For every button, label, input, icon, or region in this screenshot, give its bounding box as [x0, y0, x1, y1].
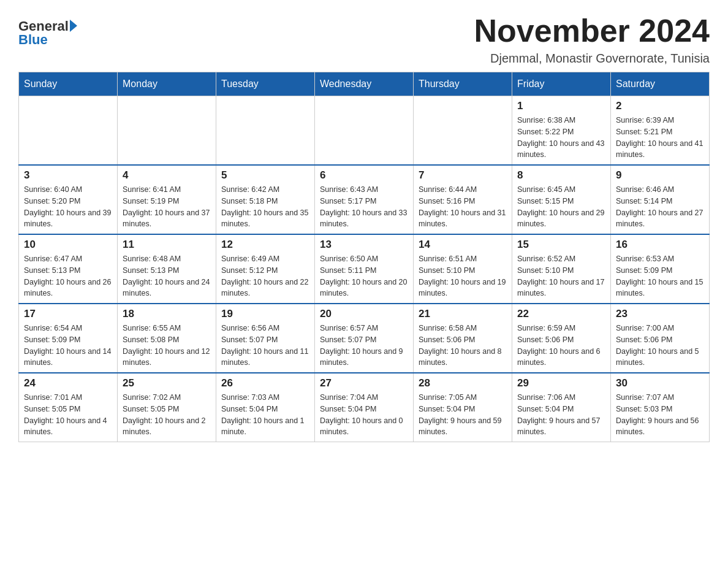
day-number: 4 [123, 169, 211, 182]
table-row: 1Sunrise: 6:38 AM Sunset: 5:22 PM Daylig… [512, 96, 611, 166]
day-number: 17 [24, 308, 112, 320]
location-subtitle: Djemmal, Monastir Governorate, Tunisia [474, 52, 710, 66]
table-row: 9Sunrise: 6:46 AM Sunset: 5:14 PM Daylig… [611, 165, 710, 234]
table-row: 6Sunrise: 6:43 AM Sunset: 5:17 PM Daylig… [315, 165, 414, 234]
table-row [118, 96, 216, 166]
table-row: 27Sunrise: 7:04 AM Sunset: 5:04 PM Dayli… [315, 373, 414, 442]
table-row: 2Sunrise: 6:39 AM Sunset: 5:21 PM Daylig… [611, 96, 710, 166]
day-info: Sunrise: 6:42 AM Sunset: 5:18 PM Dayligh… [221, 184, 309, 230]
table-row: 11Sunrise: 6:48 AM Sunset: 5:13 PM Dayli… [118, 234, 216, 304]
table-row: 20Sunrise: 6:57 AM Sunset: 5:07 PM Dayli… [315, 304, 414, 373]
day-number: 27 [320, 377, 408, 389]
table-row: 28Sunrise: 7:05 AM Sunset: 5:04 PM Dayli… [414, 373, 512, 442]
day-number: 3 [24, 169, 112, 182]
day-info: Sunrise: 6:55 AM Sunset: 5:08 PM Dayligh… [123, 323, 211, 369]
day-info: Sunrise: 6:54 AM Sunset: 5:09 PM Dayligh… [24, 323, 112, 369]
calendar-week-row: 10Sunrise: 6:47 AM Sunset: 5:13 PM Dayli… [19, 234, 710, 304]
calendar-week-row: 24Sunrise: 7:01 AM Sunset: 5:05 PM Dayli… [19, 373, 710, 442]
table-row: 21Sunrise: 6:58 AM Sunset: 5:06 PM Dayli… [414, 304, 512, 373]
calendar-week-row: 17Sunrise: 6:54 AM Sunset: 5:09 PM Dayli… [19, 304, 710, 373]
day-info: Sunrise: 6:52 AM Sunset: 5:10 PM Dayligh… [517, 253, 605, 299]
day-info: Sunrise: 6:43 AM Sunset: 5:17 PM Dayligh… [320, 184, 408, 230]
table-row: 25Sunrise: 7:02 AM Sunset: 5:05 PM Dayli… [118, 373, 216, 442]
day-number: 11 [123, 239, 211, 251]
day-number: 7 [419, 169, 507, 182]
day-number: 28 [419, 377, 507, 389]
day-info: Sunrise: 6:49 AM Sunset: 5:12 PM Dayligh… [221, 253, 309, 299]
day-number: 23 [616, 308, 704, 320]
day-info: Sunrise: 7:03 AM Sunset: 5:04 PM Dayligh… [221, 392, 309, 438]
day-number: 15 [517, 239, 605, 251]
col-monday: Monday [118, 72, 216, 96]
table-row: 18Sunrise: 6:55 AM Sunset: 5:08 PM Dayli… [118, 304, 216, 373]
day-info: Sunrise: 6:57 AM Sunset: 5:07 PM Dayligh… [320, 323, 408, 369]
col-saturday: Saturday [611, 72, 710, 96]
day-number: 18 [123, 308, 211, 320]
table-row: 23Sunrise: 7:00 AM Sunset: 5:06 PM Dayli… [611, 304, 710, 373]
day-info: Sunrise: 7:01 AM Sunset: 5:05 PM Dayligh… [24, 392, 112, 438]
day-info: Sunrise: 6:56 AM Sunset: 5:07 PM Dayligh… [221, 323, 309, 369]
day-number: 26 [221, 377, 309, 389]
table-row: 13Sunrise: 6:50 AM Sunset: 5:11 PM Dayli… [315, 234, 414, 304]
day-info: Sunrise: 6:47 AM Sunset: 5:13 PM Dayligh… [24, 253, 112, 299]
table-row [216, 96, 315, 166]
logo: General Blue [18, 18, 77, 48]
table-row: 4Sunrise: 6:41 AM Sunset: 5:19 PM Daylig… [118, 165, 216, 234]
day-number: 21 [419, 308, 507, 320]
table-row: 14Sunrise: 6:51 AM Sunset: 5:10 PM Dayli… [414, 234, 512, 304]
col-friday: Friday [512, 72, 611, 96]
table-row: 8Sunrise: 6:45 AM Sunset: 5:15 PM Daylig… [512, 165, 611, 234]
table-row: 5Sunrise: 6:42 AM Sunset: 5:18 PM Daylig… [216, 165, 315, 234]
day-info: Sunrise: 6:51 AM Sunset: 5:10 PM Dayligh… [419, 253, 507, 299]
day-number: 8 [517, 169, 605, 182]
calendar-table: Sunday Monday Tuesday Wednesday Thursday… [18, 72, 710, 442]
col-tuesday: Tuesday [216, 72, 315, 96]
logo-arrow-icon [70, 20, 77, 32]
day-number: 30 [616, 377, 704, 389]
day-number: 29 [517, 377, 605, 389]
day-info: Sunrise: 7:02 AM Sunset: 5:05 PM Dayligh… [123, 392, 211, 438]
table-row [414, 96, 512, 166]
day-number: 1 [517, 100, 605, 112]
table-row: 15Sunrise: 6:52 AM Sunset: 5:10 PM Dayli… [512, 234, 611, 304]
page-header: General Blue November 2024 Djemmal, Mona… [18, 12, 710, 66]
day-number: 14 [419, 239, 507, 251]
calendar-title: November 2024 [474, 12, 710, 49]
col-wednesday: Wednesday [315, 72, 414, 96]
day-info: Sunrise: 6:58 AM Sunset: 5:06 PM Dayligh… [419, 323, 507, 369]
day-info: Sunrise: 7:05 AM Sunset: 5:04 PM Dayligh… [419, 392, 507, 438]
day-info: Sunrise: 6:48 AM Sunset: 5:13 PM Dayligh… [123, 253, 211, 299]
table-row [19, 96, 118, 166]
table-row: 16Sunrise: 6:53 AM Sunset: 5:09 PM Dayli… [611, 234, 710, 304]
day-info: Sunrise: 7:06 AM Sunset: 5:04 PM Dayligh… [517, 392, 605, 438]
day-info: Sunrise: 7:07 AM Sunset: 5:03 PM Dayligh… [616, 392, 704, 438]
day-number: 13 [320, 239, 408, 251]
table-row: 29Sunrise: 7:06 AM Sunset: 5:04 PM Dayli… [512, 373, 611, 442]
day-info: Sunrise: 7:00 AM Sunset: 5:06 PM Dayligh… [616, 323, 704, 369]
day-info: Sunrise: 6:46 AM Sunset: 5:14 PM Dayligh… [616, 184, 704, 230]
table-row: 22Sunrise: 6:59 AM Sunset: 5:06 PM Dayli… [512, 304, 611, 373]
day-info: Sunrise: 6:50 AM Sunset: 5:11 PM Dayligh… [320, 253, 408, 299]
day-number: 10 [24, 239, 112, 251]
table-row: 26Sunrise: 7:03 AM Sunset: 5:04 PM Dayli… [216, 373, 315, 442]
table-row: 12Sunrise: 6:49 AM Sunset: 5:12 PM Dayli… [216, 234, 315, 304]
table-row: 24Sunrise: 7:01 AM Sunset: 5:05 PM Dayli… [19, 373, 118, 442]
day-number: 2 [616, 100, 704, 112]
day-number: 20 [320, 308, 408, 320]
table-row: 7Sunrise: 6:44 AM Sunset: 5:16 PM Daylig… [414, 165, 512, 234]
day-info: Sunrise: 6:44 AM Sunset: 5:16 PM Dayligh… [419, 184, 507, 230]
day-info: Sunrise: 6:39 AM Sunset: 5:21 PM Dayligh… [616, 115, 704, 161]
day-number: 9 [616, 169, 704, 182]
day-info: Sunrise: 6:53 AM Sunset: 5:09 PM Dayligh… [616, 253, 704, 299]
day-number: 16 [616, 239, 704, 251]
table-row: 3Sunrise: 6:40 AM Sunset: 5:20 PM Daylig… [19, 165, 118, 234]
day-number: 25 [123, 377, 211, 389]
day-number: 12 [221, 239, 309, 251]
title-area: November 2024 Djemmal, Monastir Governor… [474, 12, 710, 66]
day-info: Sunrise: 6:40 AM Sunset: 5:20 PM Dayligh… [24, 184, 112, 230]
day-info: Sunrise: 6:38 AM Sunset: 5:22 PM Dayligh… [517, 115, 605, 161]
table-row [315, 96, 414, 166]
day-number: 24 [24, 377, 112, 389]
day-info: Sunrise: 7:04 AM Sunset: 5:04 PM Dayligh… [320, 392, 408, 438]
calendar-week-row: 1Sunrise: 6:38 AM Sunset: 5:22 PM Daylig… [19, 96, 710, 166]
